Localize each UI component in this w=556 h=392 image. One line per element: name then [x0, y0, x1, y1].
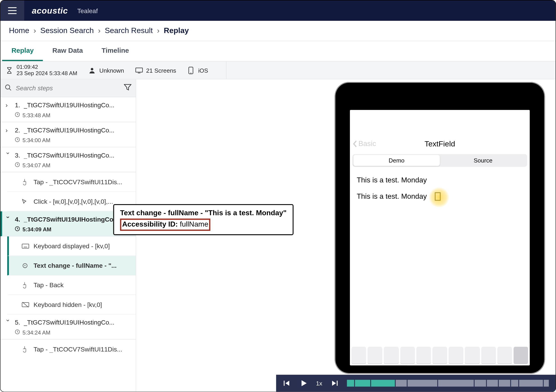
preview-panel: Basic TextField Demo Source This is a te… — [136, 79, 556, 392]
substep-item[interactable]: Keyboard displayed - [kv,0] — [7, 236, 136, 256]
substep-label: Keyboard displayed - [kv,0] — [33, 243, 110, 250]
timeline-segment[interactable] — [396, 380, 408, 387]
step-label: _TtGC7SwiftUI19UIHostingCo... — [23, 319, 115, 326]
keyboard-key[interactable] — [481, 347, 496, 364]
brand-product[interactable]: Tealeaf — [77, 7, 98, 14]
timeline-segment[interactable] — [475, 380, 487, 387]
menu-button[interactable] — [0, 0, 24, 21]
tab-raw-data[interactable]: Raw Data — [43, 41, 92, 61]
play-button[interactable] — [299, 379, 308, 388]
step-item[interactable]: › 3. _TtGC7SwiftUI19UIHostingCo... 5:34:… — [0, 147, 136, 172]
brand-name: acoustic — [32, 6, 68, 16]
breadcrumb-session-search[interactable]: Session Search — [40, 26, 94, 35]
substep-label: Tap - _TtCOCV7SwiftUI11Dis... — [33, 178, 122, 186]
step-label: _TtGC7SwiftUI19UIHostingCo... — [23, 216, 118, 223]
text-line-1: This is a test. Monday — [357, 176, 523, 185]
keyboard-key[interactable] — [497, 347, 512, 364]
top-bar: acoustic Tealeaf — [0, 0, 556, 21]
keyboard-key[interactable] — [513, 347, 528, 364]
timeline-segment[interactable] — [487, 380, 499, 387]
substep-label: Tap - Back — [33, 281, 63, 289]
chevron-right-icon: › — [5, 126, 11, 134]
svg-rect-25 — [337, 381, 338, 386]
substep-item-selected[interactable]: Text change - fullName - "... — [7, 256, 136, 275]
keyboard-key[interactable] — [465, 347, 479, 364]
step-label: _TtGC7SwiftUI19UIHostingCo... — [23, 102, 115, 109]
step-item[interactable]: › 1. _TtGC7SwiftUI19UIHostingCo... 5:33:… — [0, 97, 136, 122]
speed-label[interactable]: 1x — [316, 380, 322, 387]
nav-bar: Basic TextField — [350, 135, 530, 152]
step-index: 5. — [15, 319, 20, 326]
tabs: Replay Raw Data Timeline — [0, 41, 556, 62]
svg-rect-4 — [136, 68, 142, 72]
tap-icon — [22, 282, 29, 288]
skip-forward-button[interactable] — [330, 379, 339, 388]
step-item[interactable]: › 2. _TtGC7SwiftUI19UIHostingCo... 5:34:… — [0, 122, 136, 147]
timeline-segment[interactable] — [544, 380, 550, 387]
substep-item[interactable]: Tap - _TtCOCV7SwiftUI11Dis... — [7, 339, 136, 359]
filter-icon[interactable] — [124, 84, 132, 92]
meta-screens: 21 Screens — [135, 66, 176, 74]
tooltip-id-label: Accessibility ID: — [122, 220, 178, 228]
timeline-segment[interactable] — [519, 380, 544, 387]
phone-icon — [187, 66, 195, 74]
meta-screens-value: 21 Screens — [146, 67, 176, 74]
step-time: 5:33:48 AM — [22, 112, 50, 118]
player-bar: 1x — [276, 375, 556, 392]
svg-point-8 — [5, 85, 10, 89]
segmented-control[interactable]: Demo Source — [352, 154, 527, 167]
step-label: _TtGC7SwiftUI19UIHostingCo... — [23, 151, 115, 159]
chevron-down-icon: › — [5, 319, 12, 325]
search-icon — [5, 84, 12, 92]
tab-replay[interactable]: Replay — [2, 41, 43, 61]
keyboard-key[interactable] — [400, 347, 415, 364]
substep-label: Keyboard hidden - [kv,0] — [33, 301, 102, 308]
text-change-icon — [22, 263, 29, 268]
step-time: 5:34:09 AM — [22, 226, 51, 232]
timeline-segment[interactable] — [499, 380, 511, 387]
substep-item[interactable]: Tap - _TtCOCV7SwiftUI11Dis... — [7, 172, 136, 192]
back-button[interactable]: Basic — [352, 140, 376, 148]
meta-platform: iOS — [187, 66, 208, 74]
meta-duration: 01:09:42 23 Sep 2024 5:33:48 AM — [5, 64, 77, 77]
timeline-track[interactable] — [347, 380, 550, 387]
timeline-segment[interactable] — [408, 380, 438, 387]
timeline-segment[interactable] — [438, 380, 475, 387]
timeline-segment[interactable] — [347, 380, 355, 387]
svg-line-9 — [9, 88, 11, 90]
chevron-down-icon: › — [5, 152, 12, 158]
substep-label: Text change - fullName - "... — [33, 262, 117, 269]
step-item[interactable]: › 5. _TtGC7SwiftUI19UIHostingCo... 5:34:… — [0, 314, 136, 339]
session-meta-bar: 01:09:42 23 Sep 2024 5:33:48 AM Unknown … — [0, 62, 556, 79]
clock-icon — [15, 112, 20, 118]
tab-timeline[interactable]: Timeline — [92, 41, 139, 61]
keyboard-key[interactable] — [432, 347, 447, 364]
svg-point-3 — [91, 68, 93, 70]
steps-panel: › 1. _TtGC7SwiftUI19UIHostingCo... 5:33:… — [0, 79, 136, 392]
substep-item[interactable]: Keyboard hidden - [kv,0] — [7, 295, 136, 314]
segment-demo[interactable]: Demo — [353, 155, 440, 166]
tooltip-id-value: fullName — [180, 220, 208, 228]
keyboard-key[interactable] — [449, 347, 463, 364]
breadcrumb-home[interactable]: Home — [9, 26, 29, 35]
timeline-segment[interactable] — [511, 380, 519, 387]
keyboard-key[interactable] — [384, 347, 399, 364]
skip-back-button[interactable] — [282, 379, 291, 388]
clock-icon — [15, 329, 20, 336]
keyboard-key[interactable] — [368, 347, 382, 364]
timeline-segment[interactable] — [371, 380, 396, 387]
search-input[interactable] — [15, 84, 119, 92]
meta-platform-value: iOS — [198, 67, 208, 74]
substep-item[interactable]: Tap - Back — [7, 275, 136, 295]
cursor-icon — [22, 198, 29, 204]
step-tooltip: Text change - fullName - "This is a test… — [113, 204, 293, 235]
keyboard-key[interactable] — [352, 347, 366, 364]
nav-title: TextField — [425, 139, 455, 148]
keyboard-row — [350, 343, 530, 366]
segment-source[interactable]: Source — [440, 155, 526, 166]
breadcrumb-search-result[interactable]: Search Result — [105, 26, 153, 35]
breadcrumb: Home › Session Search › Search Result › … — [0, 21, 556, 41]
timeline-segment[interactable] — [355, 380, 371, 387]
clock-icon — [15, 162, 20, 168]
keyboard-key[interactable] — [417, 347, 431, 364]
